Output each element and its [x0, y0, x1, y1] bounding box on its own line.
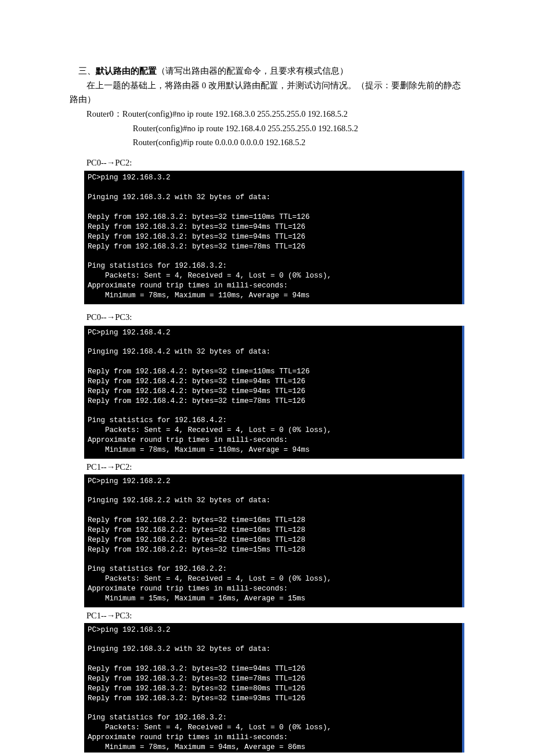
router-config-line-1: Router0：Router(config)#no ip route 192.1…: [70, 107, 464, 121]
ping-label-pc1-pc3: PC1--→PC3:: [70, 609, 464, 623]
heading-title: 默认路由的配置: [96, 66, 157, 75]
terminal-output-pc0-pc2: PC>ping 192.168.3.2 Pinging 192.168.3.2 …: [84, 171, 464, 304]
router-config-line-3: Router(config)#ip route 0.0.0.0 0.0.0.0 …: [70, 135, 464, 150]
ping-label-pc0-pc2: PC0--→PC2:: [70, 156, 464, 170]
section-heading: 三、默认路由的配置（请写出路由器的配置命令，且要求有模式信息）: [70, 64, 464, 78]
page-content: 三、默认路由的配置（请写出路由器的配置命令，且要求有模式信息） 在上一题的基础上…: [0, 0, 534, 753]
ping-label-pc0-pc3: PC0--→PC3:: [70, 310, 464, 325]
router-config-line-2: Router(config)#no ip route 192.168.4.0 2…: [70, 121, 464, 136]
heading-note: （请写出路由器的配置命令，且要求有模式信息）: [157, 66, 348, 75]
terminal-output-pc1-pc3: PC>ping 192.168.3.2 Pinging 192.168.3.2 …: [84, 623, 464, 753]
intro-paragraph: 在上一题的基础上，将路由器 0 改用默认路由配置，并测试访问情况。（提示：要删除…: [70, 78, 464, 107]
terminal-output-pc0-pc3: PC>ping 192.168.4.2 Pinging 192.168.4.2 …: [84, 326, 464, 459]
terminal-output-pc1-pc2: PC>ping 192.168.2.2 Pinging 192.168.2.2 …: [84, 474, 464, 607]
ping-label-pc1-pc2: PC1--→PC2:: [70, 460, 464, 474]
heading-prefix: 三、: [78, 66, 96, 75]
